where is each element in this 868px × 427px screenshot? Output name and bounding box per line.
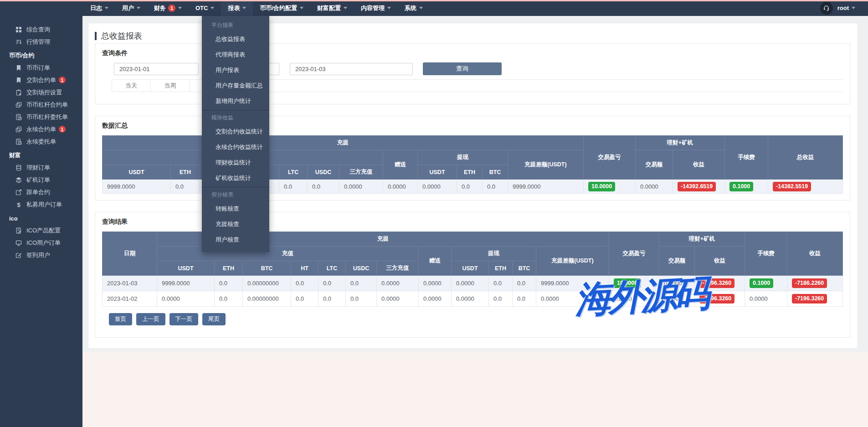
grid-icon: [15, 26, 22, 33]
table-header-cell: LTC: [279, 165, 308, 180]
table-header-cell: 充值: [157, 247, 419, 261]
table-header-cell: 日期: [103, 232, 157, 276]
nav-item-4[interactable]: OTC: [189, 0, 221, 16]
table-header-cell: USDC: [346, 261, 377, 276]
date-end-input[interactable]: [290, 63, 413, 75]
table-header-cell: BTC: [513, 261, 536, 276]
table-header-cell: BTC: [243, 261, 291, 276]
dropdown-item[interactable]: 矿机收益统计: [202, 170, 269, 186]
nav-item-6[interactable]: 币币/合约配置: [253, 0, 310, 16]
sidebar-item-6[interactable]: 交割场控设置: [0, 86, 82, 98]
dropdown-item[interactable]: 用户存量金额汇总: [202, 78, 269, 93]
table-cell: 0.0: [291, 291, 318, 307]
dropdown-item[interactable]: 交割合约收益统计: [202, 124, 269, 139]
dollar-icon: $: [15, 201, 22, 208]
table-header-cell: 收益: [787, 232, 843, 276]
sidebar-item-label: 交割场控设置: [26, 88, 62, 97]
nav-item-7[interactable]: 财富配置: [310, 0, 354, 16]
table-header-cell: 充提差额(USDT): [536, 247, 609, 276]
sidebar-item-1[interactable]: 综合查询: [0, 23, 82, 36]
dropdown-item[interactable]: 充提核查: [202, 216, 269, 232]
dropdown-item[interactable]: 用户报表: [202, 62, 269, 78]
pagination-button-2[interactable]: 上一页: [136, 313, 165, 325]
table-cell: 0.0: [489, 276, 513, 291]
sidebar-item-18[interactable]: ICO用户订单: [0, 237, 82, 249]
sidebar-item-19[interactable]: 签到用户: [0, 249, 82, 261]
table-header-cell: USDC: [308, 165, 339, 180]
red-value-badge: -7196.3260: [792, 294, 827, 304]
svg-text:$: $: [17, 201, 21, 208]
sidebar-item-label: 签到用户: [26, 251, 50, 259]
nav-item-2[interactable]: 用户: [115, 0, 147, 16]
topbar: 日志用户财务1OTC报表币币/合约配置财富配置内容管理系统 root: [0, 0, 868, 16]
chevron-down-icon: [387, 7, 391, 9]
sidebar-item-13[interactable]: 矿机订单: [0, 174, 82, 186]
sidebar-item-label: 币币杠杆委托单: [26, 113, 68, 121]
sidebar-item-9[interactable]: 永续合约单1: [0, 123, 82, 135]
pagination-button-4[interactable]: 尾页: [202, 313, 226, 325]
sidebar-item-15[interactable]: $私募用户订单: [0, 198, 82, 211]
sidebar-item-5[interactable]: 交割合约单1: [0, 74, 82, 86]
table-cell: 0.0000: [659, 291, 695, 307]
table-header-cell: 收益: [695, 247, 745, 276]
quick-date-cell[interactable]: 当周: [151, 80, 190, 92]
sidebar-item-10[interactable]: 永续委托单: [0, 135, 82, 148]
nav-item-8[interactable]: 内容管理: [354, 0, 398, 16]
nav-item-9[interactable]: 系统: [398, 0, 430, 16]
sidebar-item-8[interactable]: 币币杠杆委托单: [0, 111, 82, 123]
sidebar-item-4[interactable]: 币币订单: [0, 62, 82, 74]
dropdown-item[interactable]: 用户核查: [202, 232, 269, 247]
table-cell: 0.0000: [377, 291, 419, 307]
red-value-badge: -7196.3260: [699, 278, 734, 288]
dropdown-item[interactable]: 代理商报表: [202, 47, 269, 62]
file-edit-icon: [15, 227, 22, 234]
main-content: 总收益报表 查询条件 查询 当天当周 数据汇总 充提交易盈亏理财+矿机手续费总收…: [82, 16, 868, 427]
nav-item-5[interactable]: 报表: [221, 0, 253, 16]
pagination-button-3[interactable]: 下一页: [169, 313, 199, 325]
table-header-cell: USDT: [157, 261, 215, 276]
table-header-cell: 理财+矿机: [659, 232, 745, 247]
dropdown-item[interactable]: 总收益报表: [202, 31, 269, 47]
sidebar-item-label: 理财订单: [26, 164, 50, 172]
nav-item-label: 内容管理: [361, 4, 385, 12]
table-header-cell: 三方充值: [339, 165, 383, 180]
date-start-input[interactable]: [114, 63, 199, 75]
sidebar-item-label: ICO用户订单: [26, 239, 61, 247]
table-cell: 0.0000: [452, 291, 489, 307]
table-cell: 0.0: [291, 276, 318, 291]
nav-item-label: 系统: [405, 4, 416, 12]
sidebar-item-14[interactable]: 跟单合约: [0, 186, 82, 198]
table-cell: -7186.2260: [787, 276, 843, 291]
topbar-user-area[interactable]: root: [820, 2, 855, 15]
nav-item-label: 报表: [228, 4, 240, 12]
dropdown-item[interactable]: 转账核查: [202, 201, 269, 216]
sidebar-item-7[interactable]: 币币杠杆合约单: [0, 98, 82, 111]
search-button[interactable]: 查询: [423, 62, 502, 75]
sidebar-item-12[interactable]: 理财订单: [0, 161, 82, 174]
topbar-menu: 日志用户财务1OTC报表币币/合约配置财富配置内容管理系统: [83, 0, 430, 16]
table-cell: 0.0: [308, 180, 339, 194]
green-value-badge: 0.1000: [729, 182, 753, 191]
table-cell: 0.1000: [725, 180, 768, 194]
dropdown-item[interactable]: 永续合约收益统计: [202, 139, 269, 155]
table-cell: 0.0: [171, 180, 200, 194]
dropdown-item[interactable]: 理财收益统计: [202, 155, 269, 170]
page-title: 总收益报表: [101, 31, 142, 41]
dropdown-section-label: 模块收益: [202, 111, 269, 124]
table-cell: -7196.3260: [695, 291, 745, 307]
nav-item-1[interactable]: 日志: [83, 0, 115, 16]
green-value-badge: 0.1000: [750, 278, 773, 288]
table-header-cell: 手续费: [725, 136, 768, 180]
table-cell: 0.0: [318, 276, 346, 291]
sidebar-item-2[interactable]: 行情管理: [0, 36, 82, 48]
quick-date-cell[interactable]: 当天: [112, 80, 151, 92]
table-header-cell: ETH: [489, 261, 513, 276]
nav-item-3[interactable]: 财务1: [147, 0, 189, 16]
pagination-button-1[interactable]: 首页: [109, 313, 132, 325]
sidebar-item-17[interactable]: ICO产品配置: [0, 224, 82, 237]
table-cell: 0.0: [318, 291, 346, 307]
chevron-down-icon: [344, 7, 347, 9]
table-header-cell: HT: [291, 261, 318, 276]
dropdown-item[interactable]: 新增用户统计: [202, 93, 269, 109]
headset-avatar-icon[interactable]: [820, 2, 833, 15]
